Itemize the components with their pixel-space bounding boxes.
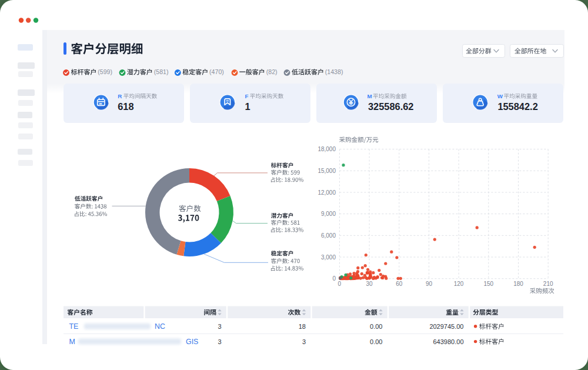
svg-text:(1438): (1438) [325,68,343,75]
svg-text:0: 0 [332,275,336,282]
svg-text:(82): (82) [266,68,278,75]
svg-text:15,000: 15,000 [318,168,336,174]
svg-text:9,000: 9,000 [321,211,336,217]
svg-text:0: 0 [338,281,342,287]
svg-text:M: M [368,93,372,99]
svg-text:18: 18 [299,323,306,330]
svg-text:210: 210 [543,281,553,287]
svg-text:3: 3 [218,338,221,345]
svg-text:6,000: 6,000 [321,232,336,239]
svg-text:618: 618 [118,101,133,112]
svg-text:R: R [118,93,122,99]
svg-text:TE: TE [69,322,79,331]
svg-text:3,000: 3,000 [321,254,336,261]
svg-text:0.00: 0.00 [370,323,382,330]
svg-text:155842.2: 155842.2 [497,101,537,112]
svg-text:60: 60 [396,281,403,287]
svg-text:M: M [69,338,75,346]
svg-text:GIS: GIS [186,338,198,346]
svg-text:120: 120 [454,281,464,287]
svg-text:W: W [497,93,503,99]
svg-text:1: 1 [245,101,250,112]
svg-text:(470): (470) [209,68,224,75]
svg-text:3: 3 [302,338,306,345]
svg-text:180: 180 [513,281,523,287]
svg-text:18,000: 18,000 [318,146,336,152]
svg-text:2029745.00: 2029745.00 [429,323,463,330]
svg-text:150: 150 [483,281,493,287]
svg-text:30: 30 [366,281,373,287]
svg-text:(581): (581) [154,68,169,75]
svg-text:0.00: 0.00 [370,338,382,345]
svg-text:643980.00: 643980.00 [433,338,464,345]
svg-text:325586.62: 325586.62 [368,101,413,112]
svg-text:NC: NC [155,322,165,331]
svg-text:F: F [245,93,248,99]
svg-text:12,000: 12,000 [318,189,336,196]
svg-text:(599): (599) [98,68,112,75]
svg-text:3: 3 [218,323,221,330]
svg-text:90: 90 [426,281,433,287]
